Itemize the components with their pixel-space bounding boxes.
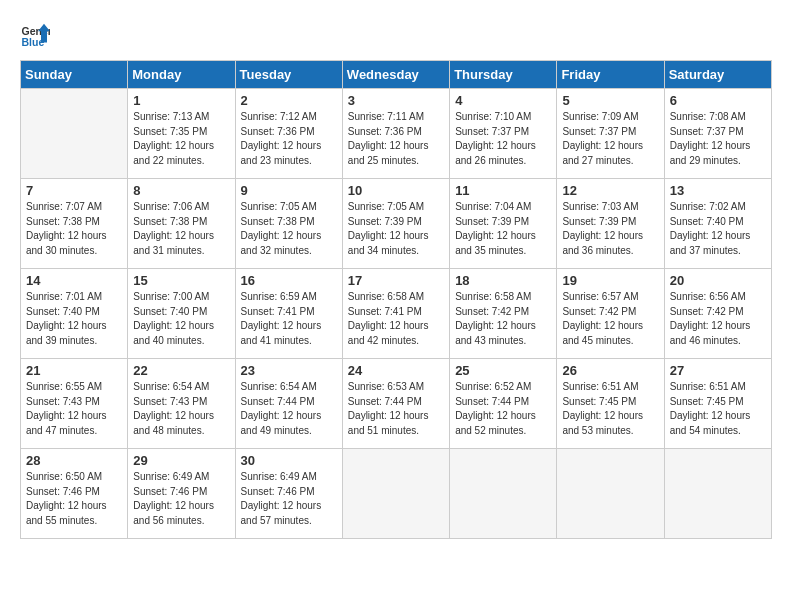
svg-text:Blue: Blue: [22, 36, 45, 48]
day-number: 11: [455, 183, 551, 198]
day-info: Sunrise: 6:52 AM Sunset: 7:44 PM Dayligh…: [455, 380, 551, 438]
calendar-body: 1Sunrise: 7:13 AM Sunset: 7:35 PM Daylig…: [21, 89, 772, 539]
day-info: Sunrise: 7:09 AM Sunset: 7:37 PM Dayligh…: [562, 110, 658, 168]
table-cell: 1Sunrise: 7:13 AM Sunset: 7:35 PM Daylig…: [128, 89, 235, 179]
day-info: Sunrise: 7:05 AM Sunset: 7:38 PM Dayligh…: [241, 200, 337, 258]
day-info: Sunrise: 7:06 AM Sunset: 7:38 PM Dayligh…: [133, 200, 229, 258]
day-number: 12: [562, 183, 658, 198]
col-monday: Monday: [128, 61, 235, 89]
day-number: 28: [26, 453, 122, 468]
table-cell: 22Sunrise: 6:54 AM Sunset: 7:43 PM Dayli…: [128, 359, 235, 449]
col-sunday: Sunday: [21, 61, 128, 89]
day-info: Sunrise: 6:58 AM Sunset: 7:42 PM Dayligh…: [455, 290, 551, 348]
day-info: Sunrise: 6:49 AM Sunset: 7:46 PM Dayligh…: [241, 470, 337, 528]
table-cell: 30Sunrise: 6:49 AM Sunset: 7:46 PM Dayli…: [235, 449, 342, 539]
day-info: Sunrise: 7:08 AM Sunset: 7:37 PM Dayligh…: [670, 110, 766, 168]
table-cell: [21, 89, 128, 179]
day-info: Sunrise: 7:10 AM Sunset: 7:37 PM Dayligh…: [455, 110, 551, 168]
table-cell: 14Sunrise: 7:01 AM Sunset: 7:40 PM Dayli…: [21, 269, 128, 359]
day-info: Sunrise: 6:54 AM Sunset: 7:44 PM Dayligh…: [241, 380, 337, 438]
day-number: 20: [670, 273, 766, 288]
day-number: 17: [348, 273, 444, 288]
table-cell: 13Sunrise: 7:02 AM Sunset: 7:40 PM Dayli…: [664, 179, 771, 269]
day-info: Sunrise: 6:51 AM Sunset: 7:45 PM Dayligh…: [670, 380, 766, 438]
day-info: Sunrise: 7:05 AM Sunset: 7:39 PM Dayligh…: [348, 200, 444, 258]
day-info: Sunrise: 7:02 AM Sunset: 7:40 PM Dayligh…: [670, 200, 766, 258]
day-info: Sunrise: 6:50 AM Sunset: 7:46 PM Dayligh…: [26, 470, 122, 528]
table-cell: 3Sunrise: 7:11 AM Sunset: 7:36 PM Daylig…: [342, 89, 449, 179]
day-number: 14: [26, 273, 122, 288]
table-cell: 17Sunrise: 6:58 AM Sunset: 7:41 PM Dayli…: [342, 269, 449, 359]
table-cell: 15Sunrise: 7:00 AM Sunset: 7:40 PM Dayli…: [128, 269, 235, 359]
table-cell: 6Sunrise: 7:08 AM Sunset: 7:37 PM Daylig…: [664, 89, 771, 179]
table-cell: 4Sunrise: 7:10 AM Sunset: 7:37 PM Daylig…: [450, 89, 557, 179]
day-number: 1: [133, 93, 229, 108]
day-number: 10: [348, 183, 444, 198]
day-info: Sunrise: 6:55 AM Sunset: 7:43 PM Dayligh…: [26, 380, 122, 438]
table-cell: 25Sunrise: 6:52 AM Sunset: 7:44 PM Dayli…: [450, 359, 557, 449]
day-number: 6: [670, 93, 766, 108]
day-info: Sunrise: 7:12 AM Sunset: 7:36 PM Dayligh…: [241, 110, 337, 168]
day-number: 21: [26, 363, 122, 378]
day-info: Sunrise: 6:57 AM Sunset: 7:42 PM Dayligh…: [562, 290, 658, 348]
table-cell: [450, 449, 557, 539]
day-number: 24: [348, 363, 444, 378]
day-number: 8: [133, 183, 229, 198]
table-cell: 9Sunrise: 7:05 AM Sunset: 7:38 PM Daylig…: [235, 179, 342, 269]
table-cell: 26Sunrise: 6:51 AM Sunset: 7:45 PM Dayli…: [557, 359, 664, 449]
day-number: 7: [26, 183, 122, 198]
table-cell: [342, 449, 449, 539]
col-wednesday: Wednesday: [342, 61, 449, 89]
col-friday: Friday: [557, 61, 664, 89]
day-info: Sunrise: 6:53 AM Sunset: 7:44 PM Dayligh…: [348, 380, 444, 438]
day-number: 13: [670, 183, 766, 198]
table-cell: 18Sunrise: 6:58 AM Sunset: 7:42 PM Dayli…: [450, 269, 557, 359]
table-cell: 19Sunrise: 6:57 AM Sunset: 7:42 PM Dayli…: [557, 269, 664, 359]
day-number: 9: [241, 183, 337, 198]
day-number: 16: [241, 273, 337, 288]
day-number: 19: [562, 273, 658, 288]
day-info: Sunrise: 7:13 AM Sunset: 7:35 PM Dayligh…: [133, 110, 229, 168]
table-cell: 21Sunrise: 6:55 AM Sunset: 7:43 PM Dayli…: [21, 359, 128, 449]
day-number: 27: [670, 363, 766, 378]
day-number: 30: [241, 453, 337, 468]
table-cell: [664, 449, 771, 539]
day-number: 2: [241, 93, 337, 108]
day-info: Sunrise: 7:04 AM Sunset: 7:39 PM Dayligh…: [455, 200, 551, 258]
table-cell: 20Sunrise: 6:56 AM Sunset: 7:42 PM Dayli…: [664, 269, 771, 359]
table-cell: 10Sunrise: 7:05 AM Sunset: 7:39 PM Dayli…: [342, 179, 449, 269]
col-thursday: Thursday: [450, 61, 557, 89]
day-number: 5: [562, 93, 658, 108]
day-number: 26: [562, 363, 658, 378]
day-info: Sunrise: 6:58 AM Sunset: 7:41 PM Dayligh…: [348, 290, 444, 348]
table-cell: 29Sunrise: 6:49 AM Sunset: 7:46 PM Dayli…: [128, 449, 235, 539]
header: General Blue: [20, 20, 772, 50]
table-cell: 23Sunrise: 6:54 AM Sunset: 7:44 PM Dayli…: [235, 359, 342, 449]
table-cell: 2Sunrise: 7:12 AM Sunset: 7:36 PM Daylig…: [235, 89, 342, 179]
day-number: 22: [133, 363, 229, 378]
day-info: Sunrise: 6:49 AM Sunset: 7:46 PM Dayligh…: [133, 470, 229, 528]
day-info: Sunrise: 7:01 AM Sunset: 7:40 PM Dayligh…: [26, 290, 122, 348]
calendar-table: Sunday Monday Tuesday Wednesday Thursday…: [20, 60, 772, 539]
table-cell: 28Sunrise: 6:50 AM Sunset: 7:46 PM Dayli…: [21, 449, 128, 539]
day-number: 18: [455, 273, 551, 288]
day-info: Sunrise: 6:59 AM Sunset: 7:41 PM Dayligh…: [241, 290, 337, 348]
table-cell: 12Sunrise: 7:03 AM Sunset: 7:39 PM Dayli…: [557, 179, 664, 269]
day-info: Sunrise: 6:54 AM Sunset: 7:43 PM Dayligh…: [133, 380, 229, 438]
day-info: Sunrise: 6:51 AM Sunset: 7:45 PM Dayligh…: [562, 380, 658, 438]
day-number: 25: [455, 363, 551, 378]
table-cell: 7Sunrise: 7:07 AM Sunset: 7:38 PM Daylig…: [21, 179, 128, 269]
logo: General Blue: [20, 20, 54, 50]
table-cell: 16Sunrise: 6:59 AM Sunset: 7:41 PM Dayli…: [235, 269, 342, 359]
table-cell: [557, 449, 664, 539]
day-info: Sunrise: 7:11 AM Sunset: 7:36 PM Dayligh…: [348, 110, 444, 168]
day-number: 23: [241, 363, 337, 378]
day-info: Sunrise: 7:07 AM Sunset: 7:38 PM Dayligh…: [26, 200, 122, 258]
logo-icon: General Blue: [20, 20, 50, 50]
table-cell: 5Sunrise: 7:09 AM Sunset: 7:37 PM Daylig…: [557, 89, 664, 179]
day-number: 3: [348, 93, 444, 108]
col-saturday: Saturday: [664, 61, 771, 89]
table-cell: 27Sunrise: 6:51 AM Sunset: 7:45 PM Dayli…: [664, 359, 771, 449]
day-number: 4: [455, 93, 551, 108]
calendar-header: Sunday Monday Tuesday Wednesday Thursday…: [21, 61, 772, 89]
